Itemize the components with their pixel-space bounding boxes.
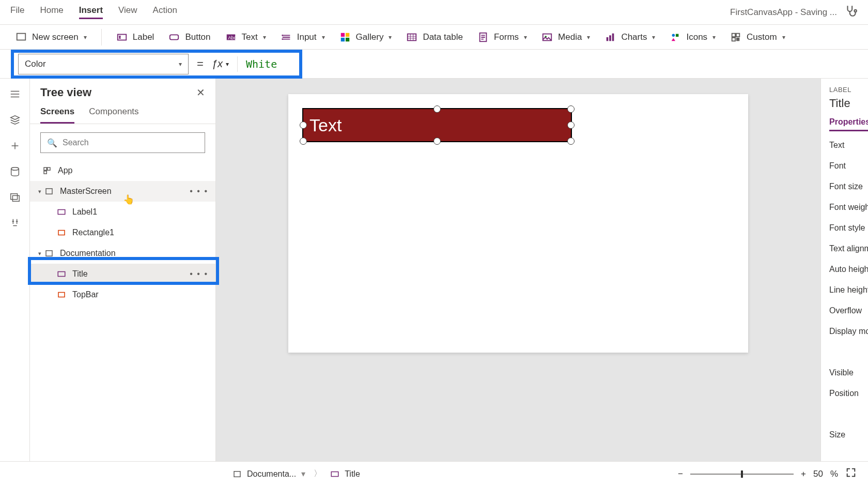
tree-documentation[interactable]: ▾ Documentation: [30, 243, 215, 264]
datatable-icon: [406, 32, 417, 43]
insert-text-button[interactable]: Abc Text▾: [225, 32, 266, 43]
charts-icon: [605, 32, 616, 43]
svg-rect-30: [44, 171, 47, 174]
data-icon[interactable]: [9, 165, 21, 178]
prop-display-mode[interactable]: Display mod: [829, 327, 868, 336]
canvas-title-control[interactable]: Text: [302, 108, 572, 142]
screen-icon: [44, 249, 56, 258]
prop-spacer: [829, 451, 868, 460]
more-icon[interactable]: • • •: [190, 187, 208, 196]
prop-position[interactable]: Position: [829, 389, 868, 398]
svg-rect-8: [340, 33, 344, 36]
menu-action[interactable]: Action: [153, 5, 177, 19]
insert-forms-button[interactable]: Forms▾: [477, 32, 527, 43]
formula-input[interactable]: White: [246, 58, 277, 70]
prop-font[interactable]: Font: [829, 161, 868, 171]
resize-handle[interactable]: [300, 138, 307, 145]
app-checker-icon[interactable]: [844, 4, 858, 20]
tab-properties[interactable]: Properties: [829, 117, 868, 131]
tree-search[interactable]: 🔍: [40, 132, 205, 153]
tree-title[interactable]: Title • • •: [30, 264, 215, 284]
svg-rect-2: [118, 34, 127, 40]
advanced-tools-icon[interactable]: [9, 217, 21, 230]
svg-rect-10: [340, 37, 344, 41]
text-icon: Abc: [225, 32, 237, 43]
insert-icons-button[interactable]: Icons▾: [670, 32, 716, 43]
svg-rect-9: [345, 33, 349, 36]
svg-point-6: [282, 34, 283, 36]
zoom-slider[interactable]: [690, 474, 794, 475]
prop-overflow[interactable]: Overflow: [829, 306, 868, 315]
svg-rect-34: [46, 251, 52, 256]
resize-handle[interactable]: [567, 122, 575, 129]
menu-home[interactable]: Home: [40, 5, 63, 19]
resize-handle[interactable]: [433, 105, 441, 113]
prop-line-height[interactable]: Line height: [829, 285, 868, 295]
menu-view[interactable]: View: [118, 5, 137, 19]
top-menu-bar: File Home Insert View Action FirstCanvas…: [0, 0, 868, 25]
tree-view-icon[interactable]: [9, 114, 21, 126]
tree-topbar[interactable]: TopBar: [30, 284, 215, 305]
svg-rect-37: [234, 471, 240, 477]
prop-font-size[interactable]: Font size: [829, 182, 868, 191]
svg-point-25: [11, 168, 19, 171]
insert-input-button[interactable]: Input▾: [281, 32, 325, 43]
prop-text[interactable]: Text: [829, 141, 868, 150]
insert-gallery-button[interactable]: Gallery▾: [339, 32, 392, 43]
prop-size[interactable]: Size: [829, 430, 868, 439]
resize-handle[interactable]: [567, 105, 575, 113]
svg-rect-20: [676, 34, 679, 37]
new-screen-icon: [16, 32, 27, 43]
control-name[interactable]: Title: [829, 97, 868, 110]
label-icon: [57, 269, 68, 279]
insert-rail-icon[interactable]: [9, 140, 21, 152]
breadcrumb[interactable]: Documenta... ▾ 〉 Title: [233, 468, 360, 479]
menu-insert[interactable]: Insert: [79, 5, 103, 19]
prop-auto-height[interactable]: Auto height: [829, 265, 868, 274]
svg-rect-3: [170, 35, 179, 39]
prop-visible[interactable]: Visible: [829, 368, 868, 377]
properties-panel: Label Title Properties Text Font Font si…: [820, 79, 868, 461]
tab-components[interactable]: Components: [89, 107, 138, 124]
insert-charts-button[interactable]: Charts▾: [605, 32, 655, 43]
chevron-down-icon[interactable]: ▾: [35, 250, 44, 257]
tab-screens[interactable]: Screens: [40, 107, 74, 124]
insert-datatable-button[interactable]: Data table: [406, 32, 463, 43]
media-rail-icon[interactable]: [9, 191, 21, 204]
resize-handle[interactable]: [567, 138, 575, 145]
label-icon: [116, 32, 128, 43]
search-input[interactable]: [63, 138, 198, 147]
chevron-down-icon[interactable]: ▾: [35, 188, 44, 195]
svg-rect-21: [732, 33, 735, 36]
svg-rect-29: [48, 168, 50, 170]
forms-icon: [477, 32, 489, 43]
tree-view-panel: Tree view ✕ Screens Components 🔍 App ▾ M…: [30, 79, 216, 461]
hamburger-icon[interactable]: [9, 88, 21, 100]
insert-label-button[interactable]: Label: [116, 32, 154, 43]
svg-text:Abc: Abc: [228, 35, 236, 40]
resize-handle[interactable]: [300, 122, 307, 129]
menu-file[interactable]: File: [10, 5, 24, 19]
media-icon: [541, 32, 553, 43]
property-selector[interactable]: Color ▾: [18, 54, 189, 74]
canvas-screen[interactable]: Text: [288, 94, 748, 353]
insert-media-button[interactable]: Media▾: [541, 32, 590, 43]
fit-to-window-icon[interactable]: [845, 467, 857, 481]
insert-button-button[interactable]: Button: [168, 32, 210, 43]
tree-rectangle1[interactable]: Rectangle1: [30, 222, 215, 243]
new-screen-button[interactable]: New screen▾: [16, 32, 87, 43]
zoom-in-button[interactable]: +: [801, 469, 806, 479]
screen-icon: [44, 187, 56, 196]
resize-handle[interactable]: [433, 138, 441, 145]
canvas-area[interactable]: Text: [216, 79, 820, 461]
prop-font-weight[interactable]: Font weight: [829, 203, 868, 212]
prop-text-align[interactable]: Text alignme: [829, 244, 868, 253]
prop-font-style[interactable]: Font style: [829, 223, 868, 233]
close-icon[interactable]: ✕: [196, 86, 205, 99]
zoom-out-button[interactable]: −: [678, 469, 683, 479]
chevron-down-icon[interactable]: ▾: [301, 469, 305, 479]
insert-custom-button[interactable]: Custom▾: [730, 32, 785, 43]
tree-app[interactable]: App: [30, 160, 215, 181]
more-icon[interactable]: • • •: [190, 269, 208, 279]
fx-button[interactable]: ƒx ▾: [212, 58, 229, 70]
